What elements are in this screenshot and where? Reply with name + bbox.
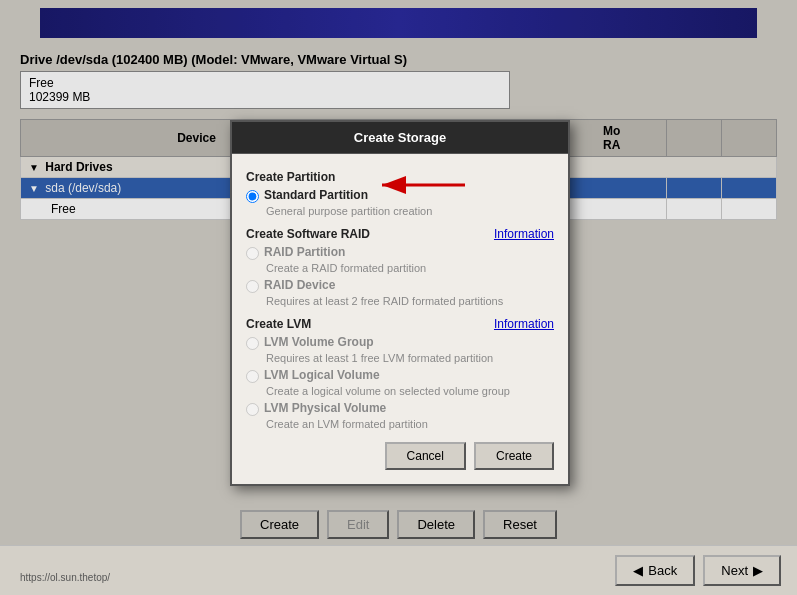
next-button[interactable]: Next ▶	[703, 555, 781, 586]
lvm-volume-group-radio[interactable]	[246, 337, 259, 350]
standard-partition-desc: General purpose partition creation	[266, 205, 554, 217]
raid-partition-radio[interactable]	[246, 247, 259, 260]
raid-partition-option[interactable]: RAID Partition	[246, 245, 554, 260]
next-label: Next	[721, 563, 748, 578]
lvm-logical-volume-label: LVM Logical Volume	[264, 368, 380, 382]
modal-create-button[interactable]: Create	[474, 442, 554, 470]
url-bar: https://ol.sun.thetop/	[20, 572, 110, 583]
lvm-volume-group-option[interactable]: LVM Volume Group	[246, 335, 554, 350]
create-storage-modal: Create Storage Create Partition Standard…	[230, 120, 570, 486]
lvm-logical-volume-desc: Create a logical volume on selected volu…	[266, 385, 554, 397]
nav-bar: https://ol.sun.thetop/ ◀ Back Next ▶	[0, 545, 797, 595]
modal-body: Create Partition Standard Partition Gene…	[232, 154, 568, 484]
standard-partition-label: Standard Partition	[264, 188, 368, 202]
lvm-volume-group-label: LVM Volume Group	[264, 335, 374, 349]
next-arrow-icon: ▶	[753, 563, 763, 578]
back-button[interactable]: ◀ Back	[615, 555, 695, 586]
create-lvm-section: Create LVM Information	[246, 317, 554, 331]
raid-device-option[interactable]: RAID Device	[246, 278, 554, 293]
raid-device-label: RAID Device	[264, 278, 335, 292]
create-software-raid-label: Create Software RAID	[246, 227, 370, 241]
create-lvm-label: Create LVM	[246, 317, 311, 331]
modal-title: Create Storage	[232, 122, 568, 154]
lvm-information-link[interactable]: Information	[494, 317, 554, 331]
standard-partition-radio[interactable]	[246, 190, 259, 203]
lvm-logical-volume-option[interactable]: LVM Logical Volume	[246, 368, 554, 383]
modal-buttons: Cancel Create	[246, 442, 554, 470]
lvm-physical-volume-option[interactable]: LVM Physical Volume	[246, 401, 554, 416]
raid-partition-desc: Create a RAID formated partition	[266, 262, 554, 274]
modal-cancel-button[interactable]: Cancel	[385, 442, 466, 470]
raid-device-radio[interactable]	[246, 280, 259, 293]
lvm-logical-volume-radio[interactable]	[246, 370, 259, 383]
back-label: Back	[648, 563, 677, 578]
back-arrow-icon: ◀	[633, 563, 643, 578]
modal-overlay: Create Storage Create Partition Standard…	[0, 0, 797, 595]
lvm-physical-volume-radio[interactable]	[246, 403, 259, 416]
lvm-physical-volume-desc: Create an LVM formated partition	[266, 418, 554, 430]
standard-partition-option[interactable]: Standard Partition	[246, 188, 554, 203]
lvm-volume-group-desc: Requires at least 1 free LVM formated pa…	[266, 352, 554, 364]
create-partition-header: Create Partition	[246, 170, 554, 184]
raid-device-desc: Requires at least 2 free RAID formated p…	[266, 295, 554, 307]
raid-information-link[interactable]: Information	[494, 227, 554, 241]
raid-partition-label: RAID Partition	[264, 245, 345, 259]
lvm-physical-volume-label: LVM Physical Volume	[264, 401, 386, 415]
create-software-raid-section: Create Software RAID Information	[246, 227, 554, 241]
